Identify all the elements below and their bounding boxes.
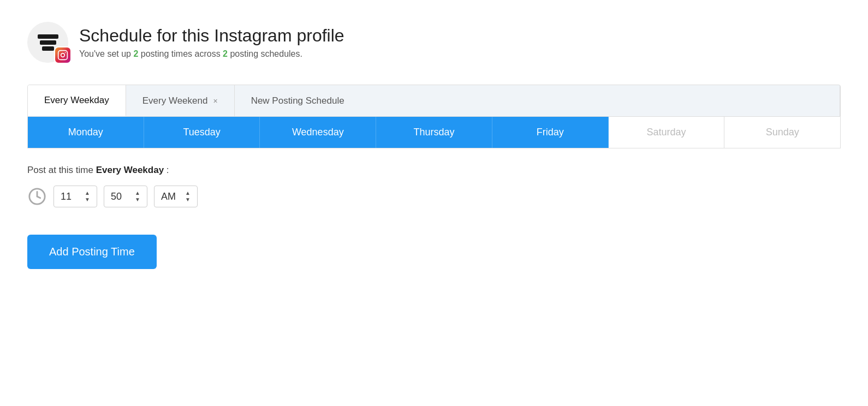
post-time-section: Post at this time Every Weekday : 11 ▲ ▼…	[27, 165, 841, 207]
minute-arrows[interactable]: ▲ ▼	[135, 190, 140, 202]
header-text: Schedule for this Instagram profile You'…	[79, 26, 344, 59]
page-subtitle: You've set up 2 posting times across 2 p…	[79, 49, 344, 59]
instagram-badge	[54, 46, 72, 64]
close-every-weekend-icon[interactable]: ×	[213, 97, 217, 105]
hour-select[interactable]: 11 ▲ ▼	[53, 186, 97, 207]
period-select[interactable]: AM ▲ ▼	[154, 186, 198, 207]
hour-value: 11	[61, 191, 72, 202]
day-wednesday-label: Wednesday	[292, 127, 344, 138]
page-title: Schedule for this Instagram profile	[79, 26, 344, 46]
day-monday-label: Monday	[68, 127, 103, 138]
minute-down-arrow[interactable]: ▼	[135, 197, 140, 202]
add-posting-time-button[interactable]: Add Posting Time	[27, 235, 157, 269]
logo-container	[27, 22, 68, 63]
days-bar: Monday Tuesday Wednesday Thursday Friday…	[27, 117, 841, 148]
period-arrows[interactable]: ▲ ▼	[185, 190, 191, 202]
time-row: 11 ▲ ▼ 50 ▲ ▼ AM ▲ ▼	[27, 186, 841, 207]
day-tuesday-label: Tuesday	[183, 127, 220, 138]
page-header: Schedule for this Instagram profile You'…	[27, 22, 841, 63]
subtitle-middle: posting times across	[138, 49, 223, 58]
svg-point-1	[61, 53, 65, 57]
hour-arrows[interactable]: ▲ ▼	[85, 190, 90, 202]
day-saturday-label: Saturday	[646, 127, 686, 138]
period-down-arrow[interactable]: ▼	[185, 197, 191, 202]
tab-every-weekend-label: Every Weekend	[142, 95, 208, 106]
post-time-schedule-name: Every Weekday	[96, 165, 164, 175]
day-wednesday[interactable]: Wednesday	[260, 117, 376, 148]
tab-new-schedule[interactable]: New Posting Schedule	[235, 85, 840, 116]
minute-up-arrow[interactable]: ▲	[135, 190, 140, 196]
svg-rect-0	[58, 51, 68, 60]
post-time-label: Post at this time Every Weekday :	[27, 165, 841, 176]
tab-every-weekday-label: Every Weekday	[44, 95, 109, 106]
posting-times-count: 2	[133, 49, 138, 58]
day-sunday[interactable]: Sunday	[724, 117, 840, 148]
day-thursday[interactable]: Thursday	[376, 117, 492, 148]
tab-new-schedule-label: New Posting Schedule	[251, 95, 344, 106]
day-saturday[interactable]: Saturday	[609, 117, 725, 148]
day-friday[interactable]: Friday	[492, 117, 609, 148]
posting-schedules-count: 2	[223, 49, 228, 58]
post-time-suffix: :	[164, 165, 169, 175]
schedule-tabs: Every Weekday Every Weekend × New Postin…	[27, 85, 841, 117]
svg-point-2	[65, 52, 66, 53]
hour-down-arrow[interactable]: ▼	[85, 197, 90, 202]
day-friday-label: Friday	[537, 127, 564, 138]
minute-select[interactable]: 50 ▲ ▼	[104, 186, 147, 207]
hour-up-arrow[interactable]: ▲	[85, 190, 90, 196]
clock-icon	[27, 187, 47, 206]
day-tuesday[interactable]: Tuesday	[144, 117, 260, 148]
period-value: AM	[161, 191, 176, 202]
minute-value: 50	[111, 191, 122, 202]
day-monday[interactable]: Monday	[28, 117, 144, 148]
day-sunday-label: Sunday	[766, 127, 799, 138]
subtitle-suffix: posting schedules.	[228, 49, 302, 58]
subtitle-prefix: You've set up	[79, 49, 133, 58]
tab-every-weekday[interactable]: Every Weekday	[28, 85, 126, 116]
tab-every-weekend[interactable]: Every Weekend ×	[126, 85, 235, 116]
day-thursday-label: Thursday	[413, 127, 454, 138]
post-time-prefix: Post at this time	[27, 165, 96, 175]
period-up-arrow[interactable]: ▲	[185, 190, 191, 196]
